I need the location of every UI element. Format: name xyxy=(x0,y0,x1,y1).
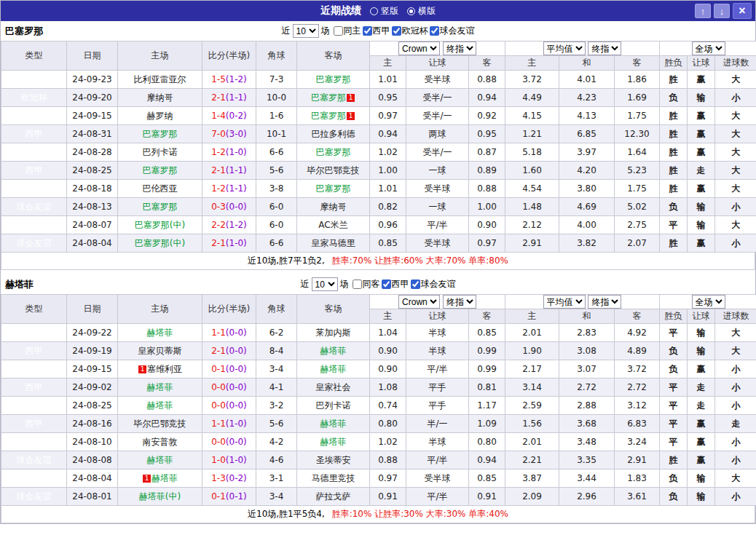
away-team-cell: 皇家社会 xyxy=(297,379,370,397)
score-cell: 2-1(1-1) xyxy=(202,89,256,107)
avg-home-cell: 2.12 xyxy=(505,216,559,234)
goals-result-cell: 小 xyxy=(715,89,756,107)
team-name-text: 莱加内斯 xyxy=(316,328,351,338)
checkbox-label: 同客 xyxy=(363,278,380,290)
filter-checkbox-球会友谊[interactable]: 球会友谊 xyxy=(411,278,456,290)
home-odds-cell: 1.02 xyxy=(370,143,406,162)
handicap-cell: 一球 xyxy=(406,198,469,216)
match-row: 球会友谊24-08-041赫塔菲1-3(0-2)3-1马德里竞技0.97受半球0… xyxy=(1,469,756,488)
avg-away-cell: 2.91 xyxy=(615,451,660,469)
competition-type-badge: 西甲 xyxy=(1,180,67,198)
team-name-text: 赫塔菲 xyxy=(147,400,173,411)
layout-radio-vertical[interactable]: 竖版 xyxy=(370,5,398,17)
score-cell: 0-0(0-0) xyxy=(202,379,256,397)
halftime-score: (1-0) xyxy=(226,238,247,248)
average-time-select[interactable]: 终指 xyxy=(588,41,621,55)
result-cell: 平 xyxy=(660,415,688,433)
team-name-text: 巴塞罗那 xyxy=(143,202,178,212)
away-odds-cell: 0.97 xyxy=(469,234,505,253)
home-team-cell: 赫塔菲 xyxy=(118,397,202,415)
corner-cell: 1-6 xyxy=(256,107,297,125)
halftime-score: (0-2) xyxy=(226,111,247,121)
result-cell: 胜 xyxy=(660,451,688,469)
checkbox-input[interactable] xyxy=(334,26,343,36)
scope-header: 全场 xyxy=(660,41,756,56)
handicap-cell: 受半球 xyxy=(406,234,469,253)
competition-type-badge: 西甲 xyxy=(1,143,67,162)
average-select[interactable]: 平均值 xyxy=(543,295,586,309)
avg-away-cell: 5.02 xyxy=(615,198,660,216)
fulltime-score: 2-2 xyxy=(211,220,226,230)
scope-select[interactable]: 全场 xyxy=(692,41,725,55)
away-odds-cell: 0.89 xyxy=(469,162,505,180)
fulltime-score: 1-1 xyxy=(211,419,226,429)
match-count-select[interactable]: 10 xyxy=(312,277,338,291)
filter-checkbox-西甲[interactable]: 西甲 xyxy=(382,278,409,290)
competition-type-badge: 西甲 xyxy=(1,360,67,379)
average-select[interactable]: 平均值 xyxy=(543,41,586,55)
away-odds-cell: 0.94 xyxy=(469,89,505,107)
result-cell: 负 xyxy=(660,198,688,216)
checkbox-input[interactable] xyxy=(430,26,439,36)
close-button[interactable]: × xyxy=(733,3,752,19)
checkbox-input[interactable] xyxy=(411,280,420,289)
away-team-cell: 萨拉戈萨 xyxy=(297,488,370,506)
match-row: 球会友谊24-08-13巴塞罗那0-3(0-0)6-0摩纳哥0.82一球1.00… xyxy=(1,198,756,216)
bookmaker-select[interactable]: Crown xyxy=(398,41,440,55)
move-up-button[interactable]: ↑ xyxy=(695,4,711,18)
match-row: 西甲24-08-28巴列卡诺1-2(1-0)6-6巴塞罗那1.02受半/一0.8… xyxy=(1,143,756,162)
match-date: 24-08-13 xyxy=(67,198,118,216)
match-row: 西甲24-08-25巴塞罗那2-1(1-1)5-6毕尔巴鄂竞技1.00一球0.8… xyxy=(1,162,756,180)
scope-select[interactable]: 全场 xyxy=(692,295,725,309)
halftime-score: (0-0) xyxy=(226,364,247,374)
checkbox-input[interactable] xyxy=(363,26,372,36)
goals-result-cell: 大 xyxy=(715,180,756,198)
result-cell: 平 xyxy=(660,397,688,415)
competition-type-badge: 欧冠杯 xyxy=(1,89,67,107)
match-count-select[interactable]: 10 xyxy=(293,24,319,38)
bookmaker-select[interactable]: Crown xyxy=(398,295,440,309)
sub-header-handicap-result: 让球 xyxy=(688,309,715,324)
checkbox-input[interactable] xyxy=(382,280,391,289)
filter-checkbox-同客[interactable]: 同客 xyxy=(353,278,380,290)
home-odds-cell: 0.97 xyxy=(370,107,406,125)
handicap-result-cell: 赢 xyxy=(688,234,715,253)
home-odds-cell: 0.74 xyxy=(370,397,406,415)
move-down-button[interactable]: ↓ xyxy=(714,4,730,18)
team-name-text: 赫塔菲 xyxy=(147,382,173,392)
average-odds-header: 平均值 终指 xyxy=(505,295,660,309)
goals-result-cell: 大 xyxy=(715,71,756,89)
home-team-cell: 比利亚雷亚尔 xyxy=(118,71,202,89)
goals-result-cell: 小 xyxy=(715,433,756,451)
avg-home-cell: 2.21 xyxy=(505,451,559,469)
checkbox-input[interactable] xyxy=(353,280,362,289)
team-name-text: 巴塞罗那 xyxy=(311,111,346,121)
filter-checkbox-西甲[interactable]: 西甲 xyxy=(363,25,390,37)
home-odds-cell: 0.82 xyxy=(370,198,406,216)
bookmaker-time-select[interactable]: 终指 xyxy=(443,295,476,309)
filter-checkbox-欧冠杯[interactable]: 欧冠杯 xyxy=(392,25,428,37)
handicap-cell: 平手 xyxy=(406,397,469,415)
avg-away-cell: 2.07 xyxy=(615,234,660,253)
fulltime-score: 1-1 xyxy=(211,328,226,338)
competition-type-badge: 西甲 xyxy=(1,415,67,433)
layout-radio-horizontal[interactable]: 横版 xyxy=(407,5,436,17)
competition-type-badge: 球会友谊 xyxy=(1,469,67,488)
match-row: 球会友谊24-08-10南安普敦0-0(0-0)4-2赫塔菲1.02半球0.80… xyxy=(1,433,756,451)
checkbox-input[interactable] xyxy=(392,26,401,36)
away-odds-cell: 0.85 xyxy=(469,469,505,488)
close-icon: × xyxy=(739,4,745,17)
bookmaker-time-select[interactable]: 终指 xyxy=(443,41,476,55)
goals-result-cell: 小 xyxy=(715,488,756,506)
competition-type-badge: 球会友谊 xyxy=(1,198,67,216)
filter-checkbox-球会友谊[interactable]: 球会友谊 xyxy=(430,25,475,37)
average-time-select[interactable]: 终指 xyxy=(588,295,621,309)
handicap-cell: 平手 xyxy=(406,379,469,397)
avg-home-cell: 3.14 xyxy=(505,379,559,397)
away-team-cell: 赫塔菲 xyxy=(297,342,370,360)
handicap-cell: 一球 xyxy=(406,162,469,180)
handicap-result-cell: 输 xyxy=(688,89,715,107)
filter-checkbox-同主[interactable]: 同主 xyxy=(334,25,361,37)
checkbox-label: 球会友谊 xyxy=(421,278,456,290)
match-date: 24-08-16 xyxy=(67,415,118,433)
